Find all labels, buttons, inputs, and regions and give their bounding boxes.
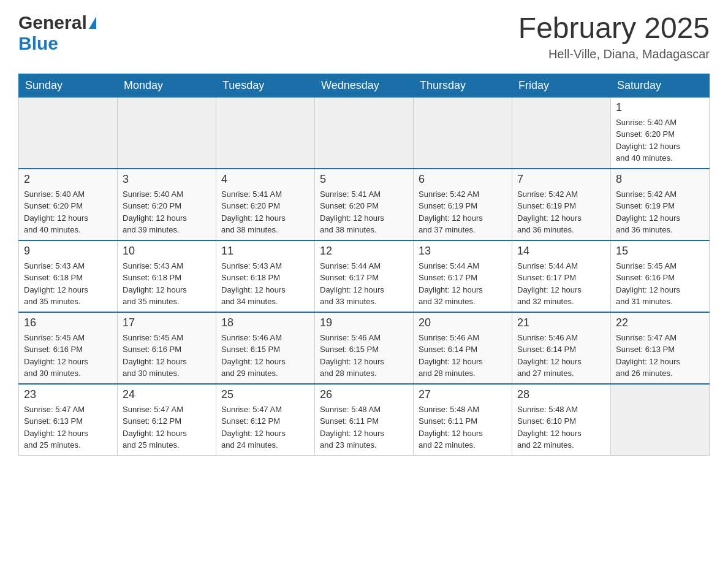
day-info: Sunrise: 5:47 AM Sunset: 6:13 PM Dayligh… [616, 332, 704, 380]
day-number: 21 [517, 316, 605, 329]
calendar-day-cell: 6Sunrise: 5:42 AM Sunset: 6:19 PM Daylig… [414, 169, 512, 240]
calendar-day-cell: 11Sunrise: 5:43 AM Sunset: 6:18 PM Dayli… [216, 240, 315, 312]
calendar-day-cell [19, 97, 118, 169]
day-number: 15 [616, 245, 704, 258]
day-number: 23 [24, 388, 112, 401]
day-number: 4 [221, 173, 309, 186]
calendar-day-cell: 9Sunrise: 5:43 AM Sunset: 6:18 PM Daylig… [19, 240, 118, 312]
day-info: Sunrise: 5:44 AM Sunset: 6:17 PM Dayligh… [517, 260, 605, 308]
day-info: Sunrise: 5:43 AM Sunset: 6:18 PM Dayligh… [123, 260, 211, 308]
calendar-week-row: 23Sunrise: 5:47 AM Sunset: 6:13 PM Dayli… [19, 384, 710, 456]
day-number: 24 [123, 388, 211, 401]
day-number: 9 [24, 245, 112, 258]
calendar-day-cell: 14Sunrise: 5:44 AM Sunset: 6:17 PM Dayli… [512, 240, 611, 312]
calendar-day-cell [118, 97, 216, 169]
calendar-day-cell: 13Sunrise: 5:44 AM Sunset: 6:17 PM Dayli… [414, 240, 512, 312]
calendar-day-cell [611, 384, 710, 456]
calendar-day-cell: 22Sunrise: 5:47 AM Sunset: 6:13 PM Dayli… [611, 312, 710, 384]
day-number: 7 [517, 173, 605, 186]
day-number: 2 [24, 173, 112, 186]
day-info: Sunrise: 5:40 AM Sunset: 6:20 PM Dayligh… [24, 188, 112, 236]
calendar-day-cell: 8Sunrise: 5:42 AM Sunset: 6:19 PM Daylig… [611, 169, 710, 240]
calendar-day-cell: 25Sunrise: 5:47 AM Sunset: 6:12 PM Dayli… [216, 384, 315, 456]
day-info: Sunrise: 5:46 AM Sunset: 6:15 PM Dayligh… [221, 332, 309, 380]
calendar-day-cell: 27Sunrise: 5:48 AM Sunset: 6:11 PM Dayli… [414, 384, 512, 456]
calendar-day-header: Wednesday [315, 74, 414, 97]
calendar-table: SundayMondayTuesdayWednesdayThursdayFrid… [18, 74, 710, 456]
calendar-day-cell: 28Sunrise: 5:48 AM Sunset: 6:10 PM Dayli… [512, 384, 611, 456]
calendar-day-cell: 5Sunrise: 5:41 AM Sunset: 6:20 PM Daylig… [315, 169, 414, 240]
calendar-day-cell [216, 97, 315, 169]
logo-general-text: General [18, 12, 87, 33]
day-info: Sunrise: 5:44 AM Sunset: 6:17 PM Dayligh… [320, 260, 408, 308]
day-number: 16 [24, 316, 112, 329]
day-number: 22 [616, 316, 704, 329]
day-number: 28 [517, 388, 605, 401]
calendar-day-cell: 18Sunrise: 5:46 AM Sunset: 6:15 PM Dayli… [216, 312, 315, 384]
day-number: 13 [419, 245, 507, 258]
day-number: 8 [616, 173, 704, 186]
day-number: 6 [419, 173, 507, 186]
day-info: Sunrise: 5:41 AM Sunset: 6:20 PM Dayligh… [320, 188, 408, 236]
calendar-day-cell [315, 97, 414, 169]
day-number: 27 [419, 388, 507, 401]
day-info: Sunrise: 5:42 AM Sunset: 6:19 PM Dayligh… [517, 188, 605, 236]
day-number: 11 [221, 245, 309, 258]
calendar-day-header: Saturday [611, 74, 710, 97]
calendar-day-cell: 17Sunrise: 5:45 AM Sunset: 6:16 PM Dayli… [118, 312, 216, 384]
calendar-day-cell: 24Sunrise: 5:47 AM Sunset: 6:12 PM Dayli… [118, 384, 216, 456]
day-info: Sunrise: 5:48 AM Sunset: 6:10 PM Dayligh… [517, 404, 605, 451]
calendar-day-cell [414, 97, 512, 169]
calendar-header-row: SundayMondayTuesdayWednesdayThursdayFrid… [19, 74, 710, 97]
day-info: Sunrise: 5:48 AM Sunset: 6:11 PM Dayligh… [320, 404, 408, 451]
logo-triangle-icon [89, 17, 96, 29]
calendar-day-cell: 15Sunrise: 5:45 AM Sunset: 6:16 PM Dayli… [611, 240, 710, 312]
month-title: February 2025 [518, 12, 710, 45]
calendar-day-cell: 19Sunrise: 5:46 AM Sunset: 6:15 PM Dayli… [315, 312, 414, 384]
calendar-week-row: 9Sunrise: 5:43 AM Sunset: 6:18 PM Daylig… [19, 240, 710, 312]
day-number: 3 [123, 173, 211, 186]
day-info: Sunrise: 5:40 AM Sunset: 6:20 PM Dayligh… [616, 117, 704, 164]
logo-blue-text: Blue [18, 33, 58, 53]
day-info: Sunrise: 5:47 AM Sunset: 6:12 PM Dayligh… [123, 404, 211, 451]
page-header: General Blue February 2025 Hell-Ville, D… [18, 12, 710, 61]
calendar-day-cell: 12Sunrise: 5:44 AM Sunset: 6:17 PM Dayli… [315, 240, 414, 312]
day-number: 19 [320, 316, 408, 329]
calendar-day-cell: 2Sunrise: 5:40 AM Sunset: 6:20 PM Daylig… [19, 169, 118, 240]
day-info: Sunrise: 5:40 AM Sunset: 6:20 PM Dayligh… [123, 188, 211, 236]
calendar-week-row: 16Sunrise: 5:45 AM Sunset: 6:16 PM Dayli… [19, 312, 710, 384]
calendar-day-header: Monday [118, 74, 216, 97]
calendar-day-cell: 3Sunrise: 5:40 AM Sunset: 6:20 PM Daylig… [118, 169, 216, 240]
day-number: 20 [419, 316, 507, 329]
day-info: Sunrise: 5:45 AM Sunset: 6:16 PM Dayligh… [123, 332, 211, 380]
day-info: Sunrise: 5:48 AM Sunset: 6:11 PM Dayligh… [419, 404, 507, 451]
day-info: Sunrise: 5:46 AM Sunset: 6:15 PM Dayligh… [320, 332, 408, 380]
day-number: 1 [616, 101, 704, 114]
calendar-day-cell: 4Sunrise: 5:41 AM Sunset: 6:20 PM Daylig… [216, 169, 315, 240]
day-info: Sunrise: 5:42 AM Sunset: 6:19 PM Dayligh… [616, 188, 704, 236]
day-number: 26 [320, 388, 408, 401]
day-info: Sunrise: 5:47 AM Sunset: 6:13 PM Dayligh… [24, 404, 112, 451]
day-number: 10 [123, 245, 211, 258]
day-info: Sunrise: 5:45 AM Sunset: 6:16 PM Dayligh… [24, 332, 112, 380]
calendar-week-row: 2Sunrise: 5:40 AM Sunset: 6:20 PM Daylig… [19, 169, 710, 240]
day-number: 14 [517, 245, 605, 258]
calendar-day-header: Tuesday [216, 74, 315, 97]
day-number: 5 [320, 173, 408, 186]
calendar-day-cell [512, 97, 611, 169]
day-info: Sunrise: 5:46 AM Sunset: 6:14 PM Dayligh… [517, 332, 605, 380]
calendar-day-header: Sunday [19, 74, 118, 97]
calendar-day-cell: 26Sunrise: 5:48 AM Sunset: 6:11 PM Dayli… [315, 384, 414, 456]
day-number: 17 [123, 316, 211, 329]
calendar-day-cell: 10Sunrise: 5:43 AM Sunset: 6:18 PM Dayli… [118, 240, 216, 312]
calendar-day-cell: 1Sunrise: 5:40 AM Sunset: 6:20 PM Daylig… [611, 97, 710, 169]
location-text: Hell-Ville, Diana, Madagascar [518, 47, 710, 61]
calendar-day-cell: 23Sunrise: 5:47 AM Sunset: 6:13 PM Dayli… [19, 384, 118, 456]
calendar-day-cell: 21Sunrise: 5:46 AM Sunset: 6:14 PM Dayli… [512, 312, 611, 384]
calendar-day-cell: 7Sunrise: 5:42 AM Sunset: 6:19 PM Daylig… [512, 169, 611, 240]
calendar-day-cell: 16Sunrise: 5:45 AM Sunset: 6:16 PM Dayli… [19, 312, 118, 384]
logo: General Blue [18, 12, 96, 54]
day-number: 12 [320, 245, 408, 258]
calendar-day-header: Friday [512, 74, 611, 97]
title-section: February 2025 Hell-Ville, Diana, Madagas… [518, 12, 710, 61]
